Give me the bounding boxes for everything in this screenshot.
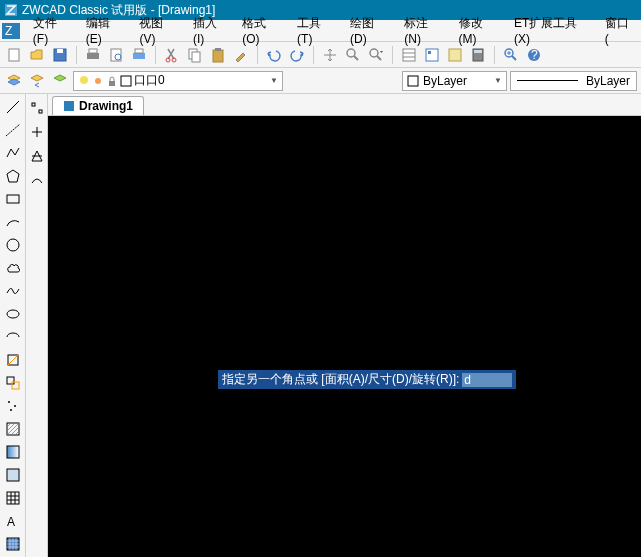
menu-draw[interactable]: 绘图(D) xyxy=(342,13,396,48)
svg-text:A: A xyxy=(7,515,15,529)
separator xyxy=(155,46,156,64)
publish-icon[interactable] xyxy=(129,45,149,65)
point-icon[interactable] xyxy=(3,396,23,415)
svg-rect-34 xyxy=(121,76,131,86)
line-preview xyxy=(517,80,578,81)
layer-states-icon[interactable] xyxy=(50,71,70,91)
copy-icon[interactable] xyxy=(185,45,205,65)
calculator-icon[interactable] xyxy=(468,45,488,65)
osnap-icon-3[interactable] xyxy=(27,146,47,166)
polygon-icon[interactable] xyxy=(3,167,23,186)
svg-rect-25 xyxy=(449,49,461,61)
bylayer-text: ByLayer xyxy=(423,74,467,88)
mtext-icon[interactable]: A xyxy=(3,511,23,530)
prompt-input[interactable]: d xyxy=(462,373,512,387)
separator xyxy=(313,46,314,64)
construction-line-icon[interactable] xyxy=(3,121,23,140)
properties-icon[interactable] xyxy=(399,45,419,65)
menu-tools[interactable]: 工具(T) xyxy=(289,13,342,48)
grid-icon[interactable] xyxy=(3,534,23,553)
svg-point-45 xyxy=(14,405,16,407)
app-icon xyxy=(4,3,18,17)
redo-icon[interactable] xyxy=(287,45,307,65)
menu-window[interactable]: 窗口( xyxy=(597,13,639,48)
make-block-icon[interactable] xyxy=(3,373,23,392)
svg-point-19 xyxy=(370,49,378,57)
svg-rect-17 xyxy=(215,48,221,51)
svg-rect-15 xyxy=(192,52,200,62)
ellipse-arc-icon[interactable] xyxy=(3,328,23,347)
tab-drawing1[interactable]: Drawing1 xyxy=(52,96,144,115)
app-logo-icon[interactable]: Z xyxy=(2,22,21,40)
osnap-icon-2[interactable] xyxy=(27,122,47,142)
spline-icon[interactable] xyxy=(3,282,23,301)
svg-rect-48 xyxy=(7,446,19,458)
draw-toolbar: A xyxy=(0,94,26,557)
menu-modify[interactable]: 修改(M) xyxy=(451,13,507,48)
svg-text:?: ? xyxy=(531,48,538,62)
svg-rect-3 xyxy=(9,49,19,61)
svg-rect-16 xyxy=(213,50,223,62)
open-icon[interactable] xyxy=(27,45,47,65)
osnap-icon-4[interactable] xyxy=(27,170,47,190)
drawing-canvas[interactable]: 指定另一个角点或 [面积(A)/尺寸(D)/旋转(R)]: d xyxy=(48,116,641,557)
insert-block-icon[interactable] xyxy=(3,350,23,369)
layer-combo[interactable]: 口口0 ▼ xyxy=(73,71,283,91)
circle-icon[interactable] xyxy=(3,236,23,255)
zoom-dropdown-icon[interactable] xyxy=(366,45,386,65)
hatch-icon[interactable] xyxy=(3,419,23,438)
layer-toolbar: 口口0 ▼ ByLayer ▼ ByLayer xyxy=(0,68,641,94)
menu-insert[interactable]: 插入(I) xyxy=(185,13,234,48)
menu-edit[interactable]: 编辑(E) xyxy=(78,13,132,48)
match-properties-icon[interactable] xyxy=(231,45,251,65)
revcloud-icon[interactable] xyxy=(3,259,23,278)
svg-line-36 xyxy=(7,101,19,113)
svg-rect-42 xyxy=(7,377,14,384)
bylayer-color-combo[interactable]: ByLayer ▼ xyxy=(402,71,507,91)
color-swatch-icon xyxy=(120,75,132,87)
chevron-down-icon: ▼ xyxy=(494,76,502,85)
zoom-window-icon[interactable] xyxy=(501,45,521,65)
lock-icon xyxy=(106,75,118,87)
menu-format[interactable]: 格式(O) xyxy=(234,13,289,48)
prompt-text: 指定另一个角点或 [面积(A)/尺寸(D)/旋转(R)]: xyxy=(222,371,459,388)
design-center-icon[interactable] xyxy=(422,45,442,65)
svg-rect-20 xyxy=(403,49,415,61)
svg-rect-27 xyxy=(474,50,482,53)
menu-file[interactable]: 文件(F) xyxy=(25,13,78,48)
gradient-icon[interactable] xyxy=(3,442,23,461)
separator xyxy=(494,46,495,64)
ellipse-icon[interactable] xyxy=(3,305,23,324)
doc-icon xyxy=(63,100,75,112)
main-area: Drawing1 指定另一个角点或 [面积(A)/尺寸(D)/旋转(R)]: d xyxy=(48,94,641,557)
menu-view[interactable]: 视图(V) xyxy=(131,13,185,48)
region-icon[interactable] xyxy=(3,465,23,484)
osnap-icon-1[interactable] xyxy=(27,98,47,118)
svg-rect-6 xyxy=(87,53,99,59)
cut-icon[interactable] xyxy=(162,45,182,65)
tool-palettes-icon[interactable] xyxy=(445,45,465,65)
layer-previous-icon[interactable] xyxy=(27,71,47,91)
table-icon[interactable] xyxy=(3,488,23,507)
print-icon[interactable] xyxy=(83,45,103,65)
save-icon[interactable] xyxy=(50,45,70,65)
zoom-realtime-icon[interactable] xyxy=(343,45,363,65)
paste-icon[interactable] xyxy=(208,45,228,65)
undo-icon[interactable] xyxy=(264,45,284,65)
help-icon[interactable]: ? xyxy=(524,45,544,65)
linetype-combo[interactable]: ByLayer xyxy=(510,71,637,91)
svg-point-46 xyxy=(10,409,12,411)
print-preview-icon[interactable] xyxy=(106,45,126,65)
layer-manager-icon[interactable] xyxy=(4,71,24,91)
menu-dimension[interactable]: 标注(N) xyxy=(396,13,450,48)
new-icon[interactable] xyxy=(4,45,24,65)
menu-ettools[interactable]: ET扩展工具(X) xyxy=(506,13,597,48)
svg-rect-38 xyxy=(7,195,19,203)
document-tabs: Drawing1 xyxy=(48,94,641,116)
pan-icon[interactable] xyxy=(320,45,340,65)
svg-rect-11 xyxy=(135,49,143,53)
polyline-icon[interactable] xyxy=(3,144,23,163)
rectangle-icon[interactable] xyxy=(3,190,23,209)
arc-icon[interactable] xyxy=(3,213,23,232)
line-icon[interactable] xyxy=(3,98,23,117)
